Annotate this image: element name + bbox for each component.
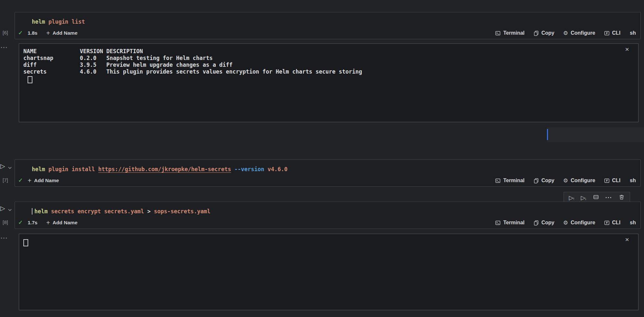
terminal-label: Terminal — [503, 220, 525, 226]
output-line: diff 3.9.5 Preview helm upgrade changes … — [23, 62, 638, 68]
add-name-label: Add Name — [34, 178, 59, 183]
command-line[interactable]: helm plugin list — [32, 18, 635, 26]
configure-button[interactable]: ⚙ Configure — [563, 30, 595, 36]
command-line[interactable]: helm plugin install https://github.com/j… — [32, 165, 635, 173]
add-name-button[interactable]: + Add Name — [28, 177, 59, 184]
code-cell-8: helm secrets encrypt secrets.yaml > sops… — [15, 202, 641, 229]
copy-label: Copy — [541, 220, 554, 226]
add-name-button[interactable]: + Add Name — [46, 30, 77, 36]
copy-label: Copy — [541, 30, 554, 36]
gear-icon: ⚙ — [563, 220, 568, 226]
copy-button[interactable]: Copy — [533, 220, 554, 226]
plus-icon: + — [46, 30, 50, 36]
plus-icon: + — [46, 219, 50, 226]
add-name-button[interactable]: + Add Name — [46, 219, 77, 226]
command-line[interactable]: helm secrets encrypt secrets.yaml > sops… — [32, 207, 635, 216]
code-cell-6: helm plugin list ✓ 1.8s + Add Name Termi… — [15, 12, 641, 39]
terminal-button[interactable]: Terminal — [495, 178, 525, 183]
hover-panel-fragment — [547, 127, 644, 142]
command-token: helm — [34, 208, 48, 215]
close-output-icon[interactable]: × — [625, 236, 629, 243]
code-cell-7: helm plugin install https://github.com/j… — [15, 159, 641, 187]
arrow-up-icon: ↑ — [573, 197, 575, 201]
configure-button[interactable]: ⚙ Configure — [563, 220, 595, 226]
execution-count-6: [6] — [3, 29, 8, 37]
command-token: > — [147, 208, 151, 215]
command-token: plugin install — [45, 166, 98, 172]
output-more-actions-icon[interactable]: ··· — [1, 45, 8, 50]
execute-below-button[interactable]: ▷ ↓ — [581, 195, 587, 201]
execution-count-7: [7] — [3, 176, 8, 184]
language-label: sh — [630, 30, 636, 36]
output-line: chartsnap 0.2.0 Snapshot testing for Hel… — [23, 55, 638, 62]
close-output-icon[interactable]: × — [625, 46, 629, 53]
copy-button[interactable]: Copy — [533, 30, 554, 36]
terminal-icon — [495, 220, 501, 226]
language-label: sh — [630, 178, 636, 183]
cli-icon — [604, 178, 610, 183]
cli-label: CLI — [612, 178, 621, 183]
execution-duration: 1.8s — [28, 30, 37, 36]
gear-icon: ⚙ — [563, 30, 568, 36]
terminal-icon — [495, 30, 501, 36]
terminal-output — [19, 234, 638, 246]
output-more-actions-icon[interactable]: ··· — [1, 236, 8, 241]
configure-label: Configure — [571, 220, 595, 226]
execution-duration: 1.7s — [28, 220, 37, 226]
cli-icon — [604, 220, 610, 226]
success-check-icon: ✓ — [18, 177, 23, 184]
terminal-button[interactable]: Terminal — [495, 30, 525, 36]
chevron-down-icon[interactable] — [8, 207, 12, 212]
copy-label: Copy — [541, 178, 554, 183]
command-token — [231, 166, 234, 172]
cli-button[interactable]: CLI — [604, 30, 621, 36]
terminal-label: Terminal — [503, 178, 525, 183]
cell-status-row: ✓ 1.8s + Add Name Terminal Copy ⚙ — [15, 29, 640, 37]
cell-status-row: ✓ + Add Name Terminal Copy ⚙ Configure — [15, 177, 640, 184]
gear-icon: ⚙ — [563, 178, 568, 183]
output-line: NAME VERSION DESCRIPTION — [23, 48, 638, 55]
command-token: --version — [234, 166, 264, 172]
run-cell-icon[interactable]: ▷ — [0, 205, 5, 211]
output-panel-6: NAME VERSION DESCRIPTION chartsnap 0.2.0… — [19, 43, 638, 122]
split-cell-button[interactable] — [593, 194, 599, 201]
terminal-label: Terminal — [503, 30, 525, 36]
execution-count-8: [8] — [3, 218, 8, 226]
copy-button[interactable]: Copy — [533, 178, 554, 183]
output-line: secrets 4.6.0 This plugin provides secre… — [23, 68, 638, 75]
run-cell-icon[interactable]: ▷ — [0, 163, 5, 169]
trash-icon — [618, 194, 625, 201]
command-token: secrets encrypt secrets.yaml — [48, 208, 147, 215]
plus-icon: + — [28, 177, 31, 184]
delete-cell-button[interactable] — [618, 194, 625, 201]
cell-toolbar: Terminal Copy ⚙ Configure CLI sh — [495, 30, 636, 36]
cli-button[interactable]: CLI — [604, 178, 621, 183]
chevron-down-icon[interactable] — [8, 165, 12, 170]
command-url: https://github.com/jkroepke/helm-secrets — [98, 166, 231, 172]
configure-label: Configure — [571, 30, 595, 36]
copy-icon — [533, 178, 539, 183]
add-name-label: Add Name — [53, 220, 78, 226]
execute-above-button[interactable]: ▷ ↑ — [569, 195, 575, 201]
terminal-cursor — [23, 239, 28, 246]
add-name-label: Add Name — [53, 30, 78, 36]
configure-button[interactable]: ⚙ Configure — [563, 178, 595, 183]
cli-button[interactable]: CLI — [604, 220, 621, 226]
configure-label: Configure — [571, 178, 595, 183]
more-actions-button[interactable]: ··· — [605, 196, 612, 200]
success-check-icon: ✓ — [18, 219, 23, 227]
cli-label: CLI — [612, 30, 621, 36]
text-cursor — [32, 208, 32, 215]
success-check-icon: ✓ — [18, 29, 23, 37]
cli-label: CLI — [612, 220, 621, 226]
copy-icon — [533, 220, 539, 226]
language-label: sh — [630, 220, 636, 226]
output-panel-8: × — [19, 234, 638, 310]
split-cell-icon — [593, 194, 599, 201]
command-token: sops-secrets.yaml — [151, 208, 210, 215]
terminal-output: NAME VERSION DESCRIPTION chartsnap 0.2.0… — [19, 44, 638, 83]
ellipsis-icon: ··· — [605, 196, 612, 200]
cell-toolbar: Terminal Copy ⚙ Configure CLI sh — [495, 220, 636, 226]
terminal-icon — [495, 178, 501, 183]
terminal-button[interactable]: Terminal — [495, 220, 525, 226]
